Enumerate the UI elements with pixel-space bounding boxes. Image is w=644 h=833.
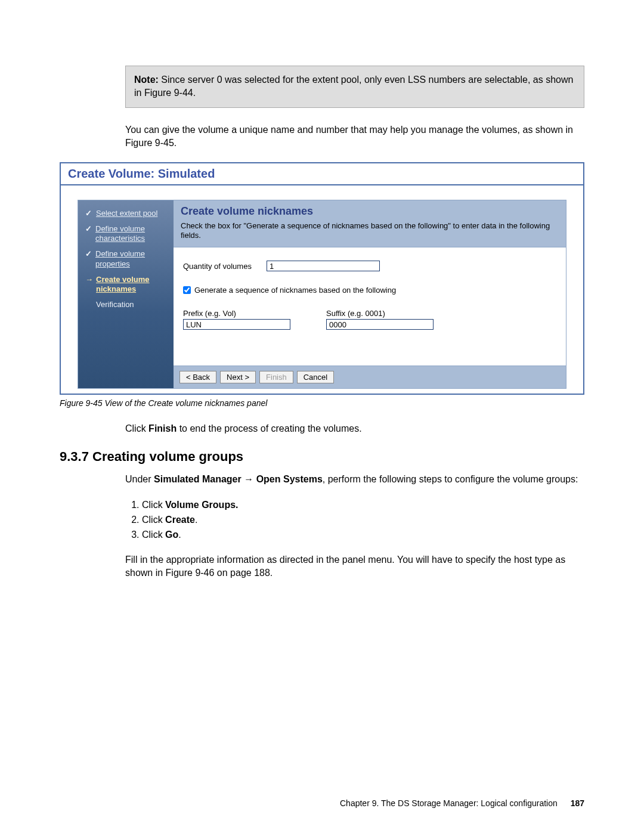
sidebar-step-verification[interactable]: Verification (85, 300, 166, 309)
sidebar-step-nicknames[interactable]: → Create volume nicknames (85, 275, 166, 295)
paragraph-intro: You can give the volume a unique name an… (125, 123, 584, 150)
wizard-header-title: Create volume nicknames (181, 205, 559, 218)
sidebar-step-properties[interactable]: ✓ Define volume properties (85, 249, 166, 269)
window-title: Create Volume: Simulated (61, 163, 583, 185)
note-label: Note: (134, 75, 159, 85)
wizard-footer: < Back Next > Finish Cancel (174, 366, 566, 388)
figure-screenshot: Create Volume: Simulated ✓ Select extent… (60, 162, 584, 395)
generate-sequence-label: Generate a sequence of nicknames based o… (194, 286, 396, 295)
section-heading: 9.3.7 Creating volume groups (60, 449, 584, 465)
paragraph-fillin: Fill in the appropriate information as d… (125, 553, 584, 580)
finish-button[interactable]: Finish (259, 371, 293, 383)
footer-page-number: 187 (571, 798, 584, 808)
sidebar-step-label: Define volume characteristics (95, 224, 166, 244)
paragraph-finish: Click Finish to end the process of creat… (125, 422, 584, 435)
check-icon: ✓ (85, 224, 92, 233)
wizard-header-desc: Check the box for "Generate a sequence o… (181, 221, 559, 241)
cancel-button[interactable]: Cancel (297, 371, 334, 383)
back-button[interactable]: < Back (179, 371, 216, 383)
step-item: Click Create. (142, 513, 584, 528)
sidebar-step-label: Define volume properties (95, 249, 166, 269)
wizard-frame: ✓ Select extent pool ✓ Define volume cha… (78, 200, 566, 389)
wizard-content: Quantity of volumes Generate a sequence … (174, 247, 566, 366)
sidebar-step-extent-pool[interactable]: ✓ Select extent pool (85, 209, 166, 218)
step-item: Click Go. (142, 528, 584, 543)
arrow-right-icon: → (85, 275, 92, 284)
check-icon: ✓ (85, 249, 92, 258)
sidebar-step-characteristics[interactable]: ✓ Define volume characteristics (85, 224, 166, 244)
generate-sequence-checkbox[interactable] (183, 286, 191, 294)
suffix-input[interactable] (326, 319, 434, 330)
footer-chapter: Chapter 9. The DS Storage Manager: Logic… (340, 798, 558, 808)
sidebar-step-label: Verification (96, 300, 134, 309)
step-item: Click Volume Groups. (142, 498, 584, 513)
note-box: Note: Since server 0 was selected for th… (125, 66, 584, 108)
sidebar-step-label: Select extent pool (96, 209, 157, 218)
note-text: Since server 0 was selected for the exte… (134, 75, 573, 98)
wizard-header: Create volume nicknames Check the box fo… (174, 200, 566, 248)
wizard-sidebar: ✓ Select extent pool ✓ Define volume cha… (78, 200, 174, 389)
paragraph-under: Under Simulated Manager → Open Systems, … (125, 473, 584, 486)
suffix-label: Suffix (e.g. 0001) (326, 309, 434, 318)
check-icon: ✓ (85, 209, 92, 218)
quantity-input[interactable] (267, 261, 380, 271)
prefix-input[interactable] (183, 319, 290, 330)
page-footer: Chapter 9. The DS Storage Manager: Logic… (340, 798, 584, 808)
sidebar-step-label: Create volume nicknames (96, 275, 166, 295)
next-button[interactable]: Next > (220, 371, 256, 383)
quantity-label: Quantity of volumes (183, 262, 261, 271)
numbered-steps: Click Volume Groups. Click Create. Click… (138, 498, 584, 542)
prefix-label: Prefix (e.g. Vol) (183, 309, 290, 318)
figure-caption: Figure 9-45 View of the Create volume ni… (60, 398, 584, 408)
